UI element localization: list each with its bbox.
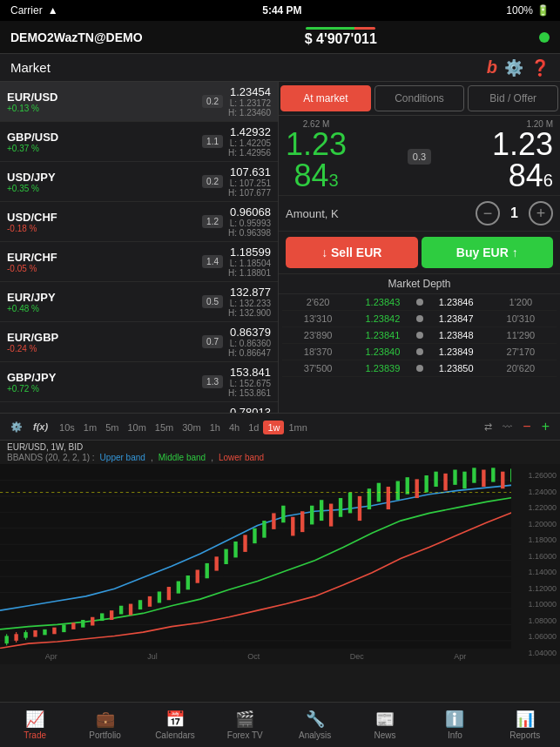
time-period-4h[interactable]: 4h <box>225 421 244 434</box>
depth-dot <box>416 315 423 322</box>
price-tick: 1.26000 <box>515 471 557 480</box>
instrument-price-main: 1.18599 <box>228 246 271 259</box>
svg-rect-45 <box>291 517 294 536</box>
svg-rect-65 <box>482 470 485 488</box>
instrument-price-low: L: 1.42205 <box>228 138 271 148</box>
instrument-row[interactable]: EUR/USD +0.13 % 0.2 1.23454 L: 1.23172 H… <box>0 82 278 122</box>
zoom-out-icon[interactable]: − <box>519 417 534 436</box>
amount-increase-button[interactable]: + <box>529 201 553 225</box>
amount-decrease-button[interactable]: − <box>476 201 500 225</box>
bb-upper-label: Upper band <box>100 453 145 462</box>
chart-area: 1.23454 1.260001.240001.220001.200001.18… <box>0 464 560 664</box>
time-period-1d[interactable]: 1d <box>244 421 263 434</box>
price-display: 2.62 M 1.23 843 0.3 1.20 M 1.23 846 <box>279 116 560 196</box>
instrument-name: GBP/JPY <box>7 371 197 384</box>
nav-item-info[interactable]: ℹ️ Info <box>420 703 489 747</box>
indicator-label: BBANDS (20, 2, 2, 1) : <box>7 453 95 462</box>
settings-icon[interactable]: ⚙️ <box>504 58 523 77</box>
depth-dot <box>416 299 423 306</box>
instrument-price-block: 107.631 L: 107.251 H: 107.677 <box>228 165 271 198</box>
buy-button[interactable]: Buy EUR ↑ <box>422 237 554 268</box>
settings-tool-icon[interactable]: ⚙️ <box>7 420 26 434</box>
instrument-name: EUR/JPY <box>7 291 197 304</box>
time-period-1w[interactable]: 1w <box>263 421 284 434</box>
nav-item-calendars[interactable]: 📅 Calendars <box>140 703 210 747</box>
instrument-name: GBP/USD <box>7 131 197 144</box>
time-period-5m[interactable]: 5m <box>101 421 123 434</box>
time-period-10m[interactable]: 10m <box>123 421 150 434</box>
instrument-change: +0.48 % <box>7 304 197 313</box>
nav-item-news[interactable]: 📰 News <box>350 703 420 747</box>
depth-ask-vol: 20'620 <box>489 363 553 374</box>
chart-toolbar: ⚙️ f(x) 10s1m5m10m15m30m1h4h1d1w1mn ⇄ 〰 … <box>0 413 560 441</box>
nav-item-trade[interactable]: 📈 Trade <box>0 703 70 747</box>
svg-rect-29 <box>138 600 142 609</box>
tab-at-market[interactable]: At market <box>280 85 371 111</box>
instrument-row[interactable]: EUR/JPY +0.48 % 0.5 132.877 L: 132.233 H… <box>0 282 278 322</box>
time-period-1h[interactable]: 1h <box>206 421 225 434</box>
depth-row: 37'500 1.23839 1.23850 20'620 <box>282 360 557 377</box>
instrument-price-low: L: 107.251 <box>228 178 271 188</box>
svg-rect-44 <box>281 506 285 523</box>
instrument-row[interactable]: EUR/CHF -0.05 % 1.4 1.18599 L: 1.18504 H… <box>0 242 278 282</box>
nav-item-reports[interactable]: 📊 Reports <box>490 703 560 747</box>
price-tick: 1.10000 <box>515 600 557 609</box>
svg-rect-27 <box>119 606 123 615</box>
amount-label: Amount, K <box>286 207 476 220</box>
svg-rect-21 <box>62 624 65 632</box>
time-period-30m[interactable]: 30m <box>178 421 205 434</box>
svg-rect-49 <box>329 504 333 527</box>
ask-small: 84 <box>509 158 543 193</box>
zoom-in-icon[interactable]: + <box>538 417 553 436</box>
instrument-change: +0.13 % <box>7 104 197 113</box>
nav-item-forex-tv[interactable]: 🎬 Forex TV <box>210 703 280 747</box>
svg-rect-46 <box>300 511 304 532</box>
nav-item-portfolio[interactable]: 💼 Portfolio <box>70 703 139 747</box>
chart-type-icon[interactable]: ⇄ <box>481 420 496 434</box>
tab-bid-offer[interactable]: Bid / Offer <box>468 85 558 111</box>
instrument-info: GBP/USD +0.37 % <box>7 131 197 153</box>
time-period-15m[interactable]: 15m <box>151 421 178 434</box>
depth-bid-vol: 37'500 <box>286 363 350 374</box>
instrument-row[interactable]: GBP/JPY +0.72 % 1.3 153.841 L: 152.675 H… <box>0 362 278 402</box>
carrier-text: Carrier <box>10 4 43 17</box>
instrument-name: USD/JPY <box>7 171 197 184</box>
instrument-price-main: 1.42932 <box>228 125 271 138</box>
instrument-row[interactable]: USD/CHF -0.18 % 1.2 0.96068 L: 0.95993 H… <box>0 202 278 242</box>
analysis-nav-label: Analysis <box>299 730 331 740</box>
date-tick: Apr <box>454 652 466 661</box>
function-tool-icon[interactable]: f(x) <box>30 420 51 434</box>
help-icon[interactable]: ❓ <box>530 58 550 77</box>
instrument-row[interactable]: USD/JPY +0.35 % 0.2 107.631 L: 107.251 H… <box>0 162 278 202</box>
time-period-1m[interactable]: 1m <box>79 421 101 434</box>
bid-large: 1.23 <box>286 126 347 162</box>
instrument-row[interactable]: EUR/GBP -0.24 % 0.7 0.86379 L: 0.86360 H… <box>0 322 278 362</box>
depth-ask-vol: 11'290 <box>489 330 553 340</box>
price-tick: 1.24000 <box>515 488 557 496</box>
price-tick: 1.14000 <box>515 568 557 576</box>
time-period-10s[interactable]: 10s <box>55 421 79 434</box>
depth-dot <box>416 348 423 355</box>
instrument-row[interactable]: GBP/USD +0.37 % 1.1 1.42932 L: 1.42205 H… <box>0 122 278 162</box>
instrument-spread: 0.2 <box>202 95 223 108</box>
depth-ask: 1.23846 <box>424 297 489 307</box>
svg-rect-24 <box>91 617 94 626</box>
info-nav-icon: ℹ️ <box>445 710 464 729</box>
instrument-price-block: 1.23454 L: 1.23172 H: 1.23460 <box>228 85 271 118</box>
time-period-1mn[interactable]: 1mn <box>284 421 311 434</box>
trade-tabs: At market Conditions Bid / Offer <box>279 82 560 116</box>
chart-draw-icon[interactable]: 〰 <box>499 420 516 434</box>
tab-conditions[interactable]: Conditions <box>374 85 465 111</box>
svg-rect-42 <box>262 521 266 538</box>
analysis-nav-icon: 🔧 <box>306 710 325 729</box>
depth-dot <box>416 365 423 372</box>
instrument-price-main: 0.78013 <box>228 406 271 413</box>
instrument-price-low: L: 0.86360 <box>228 339 271 348</box>
depth-ask-vol: 27'170 <box>489 347 553 357</box>
sell-button[interactable]: ↓ Sell EUR <box>286 237 418 268</box>
wifi-icon: ▲ <box>48 4 58 17</box>
balance-bar-line <box>306 27 375 30</box>
instrument-row[interactable]: AUD/USD +0.11 % 0.3 0.78013 L: 0.77900 H… <box>0 402 278 413</box>
instrument-price-block: 132.877 L: 132.233 H: 132.900 <box>228 286 271 318</box>
nav-item-analysis[interactable]: 🔧 Analysis <box>280 703 350 747</box>
